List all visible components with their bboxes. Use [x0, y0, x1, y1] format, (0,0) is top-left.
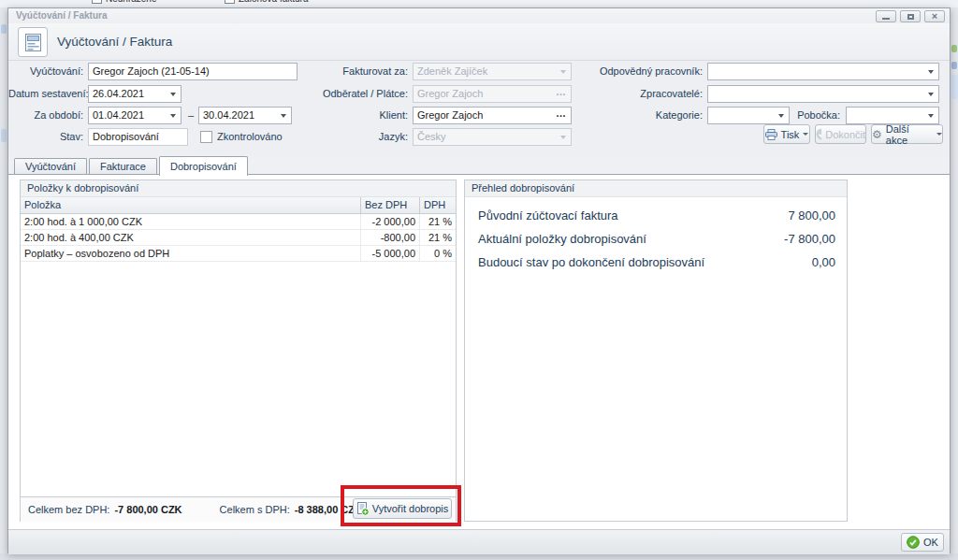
fakturovat-za-value: Zdeněk Zajíček — [417, 65, 487, 77]
background-checkbox-zalohova: ✓ Zálohová faktura — [225, 0, 309, 4]
chevron-down-icon — [928, 70, 934, 74]
overview-row: Aktuální položky dobropisování -7 800,00 — [478, 230, 835, 249]
stav-field: Dobropisování — [88, 128, 188, 146]
chevron-down-icon — [928, 93, 934, 96]
check-circle-icon — [816, 128, 821, 140]
jazyk-value: Česky — [417, 131, 446, 142]
tisk-button[interactable]: Tisk — [763, 124, 810, 144]
pobocka-dropdown[interactable] — [846, 107, 939, 124]
tab-dobropisovani[interactable]: Dobropisování — [159, 156, 248, 176]
jazyk-label: Jazyk: — [270, 128, 408, 147]
background-checkbox-label: Neuhrazené — [106, 0, 156, 4]
background-checkbox-neuhrazene: ✓ Neuhrazené — [92, 0, 156, 4]
gear-icon: ⚙ — [872, 129, 882, 140]
odpovedny-pracovnik-dropdown[interactable] — [707, 63, 939, 80]
checkbox-checked-icon: ✓ — [225, 0, 235, 4]
overview-label: Aktuální položky dobropisování — [478, 230, 646, 249]
cell-bez-dph: -5 000,00 — [360, 246, 419, 261]
items-groupbox-title: Položky k dobropisování — [21, 180, 456, 197]
odberatel-value: Gregor Zajoch — [417, 88, 483, 99]
minimize-icon — [882, 18, 890, 20]
cell-polozka: 2:00 hod. à 1 000,00 CZK — [21, 214, 360, 229]
page-title: Vyúčtování / Faktura — [57, 23, 172, 61]
column-header-dph[interactable]: DPH — [419, 197, 456, 213]
background-window-bottom-strip — [0, 553, 958, 560]
maximize-button[interactable] — [900, 10, 921, 22]
chevron-down-icon — [170, 93, 176, 96]
tisk-label: Tisk — [781, 129, 800, 140]
cell-dph: 21 % — [419, 214, 456, 229]
cell-polozka: 2:00 hod. à 400,00 CZK — [21, 230, 360, 245]
odpovedny-pracovnik-label: Odpovědný pracovník: — [529, 63, 703, 81]
tab-vyuctovani[interactable]: Vyúčtování — [14, 158, 87, 175]
obdobi-from-value: 01.04.2021 — [93, 109, 144, 121]
dialog-title-text: Vyúčtování / Faktura — [16, 10, 107, 21]
datum-sestaveni-dropdown[interactable]: 26.04.2021 — [88, 85, 181, 103]
vyuctovani-input[interactable]: Gregor Zajoch (21-05-14) — [88, 63, 298, 80]
ok-button[interactable]: OK — [901, 533, 944, 552]
dialog-titlebar[interactable]: Vyúčtování / Faktura × — [8, 8, 950, 23]
invoice-icon-button[interactable] — [18, 27, 48, 57]
dialog-footer: OK — [8, 529, 950, 554]
table-row[interactable]: 2:00 hod. à 400,00 CZK -800,00 21 % — [21, 230, 456, 246]
background-window-left-strip — [0, 7, 7, 560]
tab-label: Dobropisování — [170, 161, 237, 172]
form-area: Vyúčtování: Gregor Zajoch (21-05-14) Dat… — [8, 61, 950, 156]
close-button[interactable]: × — [924, 10, 945, 22]
total-bez-dph-label: Celkem bez DPH: — [28, 504, 109, 515]
chevron-down-icon — [560, 136, 566, 139]
dokoncit-label: Dokončit — [825, 129, 865, 140]
cell-bez-dph: -2 000,00 — [360, 214, 419, 229]
odberatel-label: Odběratel / Plátce: — [270, 85, 408, 104]
dobropisovani-tab-page: Položky k dobropisování Položka Bez DPH … — [8, 174, 950, 529]
background-checkbox-label: Zálohová faktura — [239, 0, 309, 4]
minimize-button[interactable] — [876, 10, 896, 22]
ok-label: OK — [923, 537, 938, 548]
vytvorit-dobropis-label: Vytvořit dobropis — [372, 503, 449, 514]
background-window-top-strip: ✓ Neuhrazené ✓ Zálohová faktura — [0, 0, 958, 7]
jazyk-dropdown: Česky — [413, 128, 572, 146]
tab-fakturace[interactable]: Fakturace — [89, 158, 157, 175]
datum-sestaveni-value: 26.04.2021 — [93, 88, 144, 99]
overview-row: Původní zúčtovací faktura 7 800,00 — [478, 207, 835, 225]
vytvorit-dobropis-button[interactable]: Vytvořit dobropis — [353, 498, 452, 519]
close-icon: × — [932, 12, 937, 21]
document-plus-icon — [356, 502, 369, 516]
dialog-header: Vyúčtování / Faktura — [8, 23, 950, 61]
tab-bar: Vyúčtování Fakturace Dobropisování — [8, 156, 950, 175]
items-table-header[interactable]: Položka Bez DPH DPH — [21, 197, 456, 214]
stav-label: Stav: — [8, 128, 83, 147]
dokoncit-button: Dokončit — [815, 124, 866, 144]
invoice-dialog: Vyúčtování / Faktura × Vyúčtování / Fakt… — [7, 7, 951, 553]
invoice-document-icon — [25, 34, 41, 51]
chevron-down-icon — [928, 114, 934, 118]
table-row[interactable]: 2:00 hod. à 1 000,00 CZK -2 000,00 21 % — [21, 214, 456, 230]
column-header-bez-dph[interactable]: Bez DPH — [360, 197, 419, 213]
maximize-icon — [907, 14, 914, 20]
items-groupbox: Položky k dobropisování Položka Bez DPH … — [20, 179, 457, 522]
overview-groupbox-title: Přehled dobropisování — [465, 180, 847, 197]
cell-bez-dph: -800,00 — [360, 230, 419, 245]
zpracovatele-dropdown[interactable] — [707, 85, 939, 103]
checkbox-checked-icon: ✓ — [92, 0, 102, 4]
overview-value: 7 800,00 — [788, 207, 835, 225]
vyuctovani-value: Gregor Zajoch (21-05-14) — [93, 65, 210, 77]
datum-sestaveni-label: Datum sestavení: — [8, 85, 83, 104]
overview-label: Budoucí stav po dokončení dobropisování — [478, 253, 704, 272]
overview-label: Původní zúčtovací faktura — [478, 207, 618, 225]
obdobi-from-dropdown[interactable]: 01.04.2021 — [88, 107, 181, 124]
fakturovat-za-label: Fakturovat za: — [270, 63, 408, 81]
obdobi-dash: – — [184, 107, 197, 124]
chevron-down-icon — [936, 133, 942, 136]
dalsi-akce-button[interactable]: ⚙ Další akce — [871, 124, 943, 144]
overview-row: Budoucí stav po dokončení dobropisování … — [478, 253, 835, 272]
column-header-polozka[interactable]: Položka — [21, 197, 360, 213]
total-bez-dph-value: -7 800,00 CZK — [114, 504, 181, 515]
dalsi-akce-label: Další akce — [886, 123, 933, 146]
kategorie-label: Kategorie: — [529, 107, 703, 125]
table-row[interactable]: Poplatky – osvobozeno od DPH -5 000,00 0… — [21, 246, 456, 262]
obdobi-to-value: 30.04.2021 — [203, 109, 254, 121]
overview-value: 0,00 — [812, 253, 835, 272]
zkontrolovano-checkbox[interactable] — [200, 131, 212, 143]
tab-label: Vyúčtování — [25, 161, 76, 172]
